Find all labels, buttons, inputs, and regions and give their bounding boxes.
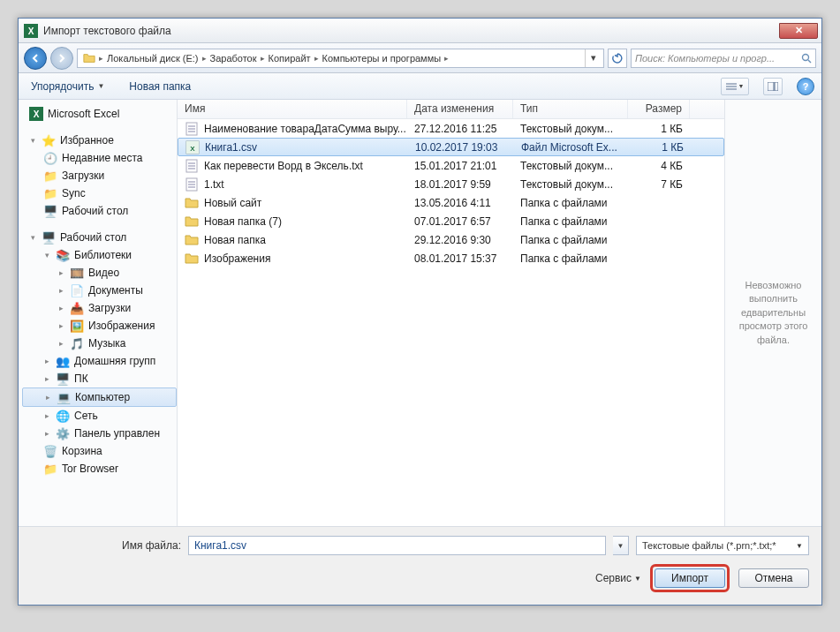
refresh-button[interactable] [608, 49, 627, 68]
folder-icon [185, 214, 199, 229]
sidebar-item-libraries[interactable]: ▾ 📚 Библиотеки [22, 246, 177, 264]
sidebar-item-tor[interactable]: 📁Tor Browser [22, 460, 177, 478]
chevron-down-icon: ▼ [634, 575, 641, 583]
file-date: 27.12.2016 11:25 [407, 123, 513, 135]
filename-input[interactable] [188, 536, 606, 555]
file-type: Папка с файлами [513, 252, 628, 265]
sidebar-item-music[interactable]: ▸🎵Музыка [22, 335, 177, 352]
collapse-icon[interactable]: ▾ [43, 251, 51, 260]
sidebar-item-control-panel[interactable]: ▸⚙️Панель управлен [22, 425, 177, 442]
forward-button[interactable] [50, 47, 73, 70]
file-row[interactable]: Новая папка29.12.2016 9:30Папка с файлам… [178, 230, 724, 249]
svg-text:X: X [190, 145, 195, 153]
tools-button[interactable]: Сервис ▼ [595, 572, 641, 584]
filename-label: Имя файла: [31, 539, 181, 552]
libraries-icon: 📚 [56, 248, 70, 262]
file-name: Новая папка (7) [204, 215, 282, 228]
downloads-icon: 📥 [70, 301, 84, 315]
file-rows: Наименование товараДатаСумма выру...27.1… [178, 119, 724, 526]
sidebar-item-images[interactable]: ▸🖼️Изображения [22, 317, 177, 335]
close-button[interactable]: ✕ [779, 23, 818, 39]
help-button[interactable]: ? [797, 78, 814, 95]
expand-icon[interactable]: ▸ [43, 357, 51, 365]
file-row[interactable]: Новая папка (7)07.01.2017 6:57Папка с фа… [178, 212, 724, 230]
expand-icon[interactable]: ▸ [57, 286, 65, 295]
chevron-down-icon: ▼ [796, 542, 803, 550]
file-row[interactable]: Новый сайт13.05.2016 4:11Папка с файлами [178, 193, 724, 212]
file-row[interactable]: Наименование товараДатаСумма выру...27.1… [178, 119, 724, 138]
txt-icon [185, 122, 199, 136]
sidebar-item-excel[interactable]: X Microsoft Excel [22, 105, 177, 123]
collapse-icon[interactable]: ▾ [29, 136, 37, 145]
excel-icon: X [29, 107, 43, 121]
dialog-footer: Имя файла: ▼ Текстовые файлы (*.prn;*.tx… [19, 526, 821, 605]
column-header-name[interactable]: Имя [178, 100, 407, 118]
folder-icon [185, 252, 199, 266]
sidebar-item-downloads-lib[interactable]: ▸📥Загрузки [22, 299, 177, 317]
sidebar-item-documents[interactable]: ▸📄Документы [22, 282, 177, 299]
file-name: 1.txt [204, 178, 224, 191]
network-icon: 🌐 [56, 409, 70, 423]
expand-icon[interactable]: ▸ [57, 304, 65, 312]
column-header-size[interactable]: Размер [628, 100, 690, 118]
new-folder-button[interactable]: Новая папка [124, 78, 196, 95]
file-size: 7 КБ [628, 178, 690, 191]
import-button[interactable]: Импорт [655, 568, 725, 588]
sidebar-item-computer[interactable]: ▸💻Компьютер [22, 387, 177, 407]
sidebar-item-favorites[interactable]: ▾ ⭐ Избранное [22, 132, 177, 149]
column-header-date[interactable]: Дата изменения [407, 100, 513, 118]
sidebar-item-network[interactable]: ▸🌐Сеть [22, 407, 177, 425]
file-row[interactable]: 1.txt18.01.2017 9:59Текстовый докум...7 … [178, 175, 724, 193]
file-row[interactable]: XКнига1.csv10.02.2017 19:03Файл Microsof… [178, 138, 724, 156]
expand-icon[interactable]: ▸ [43, 429, 51, 438]
sidebar-item-homegroup[interactable]: ▸👥Домашняя групп [22, 352, 177, 370]
back-button[interactable] [24, 47, 47, 70]
view-mode-button[interactable]: ▼ [721, 78, 749, 95]
search-input[interactable]: Поиск: Компьютеры и прогр... [631, 49, 816, 68]
file-type: Папка с файлами [513, 234, 628, 246]
file-name: Книга1.csv [205, 141, 257, 154]
breadcrumb-seg-3[interactable]: Компьютеры и программы [319, 53, 445, 64]
computer-icon: 💻 [57, 390, 71, 404]
expand-icon[interactable]: ▸ [57, 321, 65, 330]
sidebar-item-desktop-fav[interactable]: 🖥️Рабочий стол [22, 202, 177, 220]
file-row[interactable]: Изображения08.01.2017 15:37Папка с файла… [178, 249, 724, 267]
sidebar-item-desktop[interactable]: ▾ 🖥️ Рабочий стол [22, 229, 177, 246]
sidebar-item-sync[interactable]: 📁Sync [22, 184, 177, 202]
preview-pane-button[interactable] [763, 78, 783, 95]
column-header-type[interactable]: Тип [513, 100, 628, 118]
expand-icon[interactable]: ▸ [57, 268, 65, 277]
sidebar-item-recent[interactable]: 🕘Недавние места [22, 149, 177, 167]
svg-text:X: X [28, 26, 34, 36]
sidebar-item-video[interactable]: ▸🎞️Видео [22, 264, 177, 282]
search-placeholder: Поиск: Компьютеры и прогр... [635, 53, 775, 64]
control-panel-icon: ⚙️ [56, 426, 70, 440]
file-name: Новая папка [204, 234, 266, 246]
pc-icon: 🖥️ [56, 372, 70, 386]
expand-icon[interactable]: ▸ [43, 374, 51, 383]
cancel-button[interactable]: Отмена [738, 568, 809, 588]
breadcrumb-seg-0[interactable]: Локальный диск (E:) [103, 53, 202, 64]
breadcrumb-dropdown[interactable]: ▾ [585, 49, 602, 67]
sidebar-item-recycle[interactable]: 🗑️Корзина [22, 442, 177, 460]
chevron-down-icon: ▼ [738, 83, 745, 89]
svg-rect-8 [775, 82, 778, 91]
breadcrumb-seg-1[interactable]: Заработок [207, 53, 261, 64]
homegroup-icon: 👥 [56, 354, 70, 368]
expand-icon[interactable]: ▸ [57, 339, 65, 348]
file-date: 15.01.2017 21:01 [407, 160, 513, 172]
collapse-icon[interactable]: ▾ [29, 233, 37, 242]
sidebar-item-pc[interactable]: ▸🖥️ПК [22, 370, 177, 387]
sidebar-item-downloads[interactable]: 📁Загрузки [22, 167, 177, 184]
organize-button[interactable]: Упорядочить ▼ [26, 78, 110, 95]
file-row[interactable]: Как перевести Ворд в Эксель.txt15.01.201… [178, 156, 724, 175]
breadcrumb-seg-2[interactable]: Копирайт [265, 53, 314, 64]
expand-icon[interactable]: ▸ [44, 393, 52, 402]
expand-icon[interactable]: ▸ [43, 411, 51, 420]
file-type-filter[interactable]: Текстовые файлы (*.prn;*.txt;* ▼ [636, 536, 809, 555]
filename-dropdown[interactable]: ▼ [613, 536, 629, 555]
breadcrumb[interactable]: ▸ Локальный диск (E:) ▸ Заработок ▸ Копи… [77, 49, 604, 68]
svg-point-2 [803, 54, 809, 60]
file-date: 10.02.2017 19:03 [408, 141, 514, 154]
preview-pane: Невозможно выполнить едварительны просмо… [724, 100, 821, 526]
